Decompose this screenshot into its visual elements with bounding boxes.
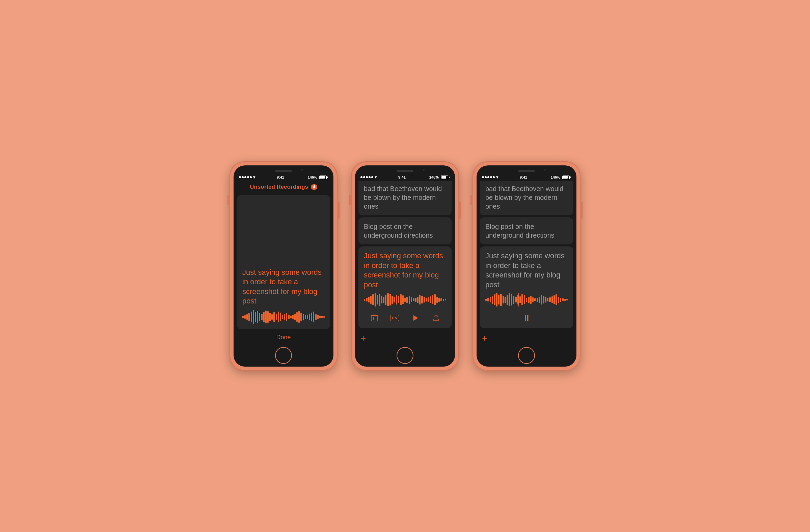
unsorted-header: Unsorted Recordings 4 xyxy=(233,181,334,194)
speaker-2 xyxy=(396,170,414,172)
pause-button-3[interactable]: ⏸ xyxy=(520,312,533,324)
controls-bar-2: EN xyxy=(364,310,446,325)
phone-3-screen: ▾ 9:41 ‫ 146% bad that Beethoven would b… xyxy=(476,165,577,367)
middle-text-3: Blog post on the underground directions xyxy=(485,222,568,240)
svg-rect-0 xyxy=(371,316,377,321)
partial-text-2: bad that Beethoven would be blown by the… xyxy=(364,184,446,211)
recording-main-text: Just saying some words in order to take … xyxy=(242,268,325,306)
status-right-3: ‫ 146% xyxy=(549,175,571,179)
add-button-2[interactable]: + xyxy=(355,330,371,344)
middle-text-2: Blog post on the underground directions xyxy=(364,222,446,240)
phone-1: ▾ 9:41 ‫ 146% Unsorted Recordings xyxy=(229,161,338,371)
battery-percent-2: 146% xyxy=(429,175,439,179)
status-right-2: ‫ 146% xyxy=(427,175,450,179)
unsorted-badge: 4 xyxy=(311,184,317,190)
waveform-2 xyxy=(364,293,446,307)
signal-dots xyxy=(239,176,252,178)
middle-card-2[interactable]: Blog post on the underground directions xyxy=(358,217,452,244)
battery-icon-2 xyxy=(441,176,450,179)
bottom-card-3[interactable]: Just saying some words in order to take … xyxy=(480,246,573,328)
status-left-3: ▾ xyxy=(482,175,498,180)
phone-2-screen: ▾ 9:41 ‫ 146% bad that Beethoven would b… xyxy=(355,165,455,367)
status-bar-1: ▾ 9:41 ‫ 146% xyxy=(233,165,334,181)
phone-3-scroll: bad that Beethoven would be blown by the… xyxy=(476,181,577,344)
play-button-2[interactable] xyxy=(409,312,422,324)
battery-icon-1 xyxy=(319,176,328,179)
status-left-2: ▾ xyxy=(360,175,377,180)
playback-line xyxy=(518,293,519,307)
bottom-text-2: Just saying some words in order to take … xyxy=(364,251,446,290)
camera-dot-2 xyxy=(423,169,425,171)
bottom-card-2[interactable]: Just saying some words in order to take … xyxy=(358,246,452,328)
status-time-1: 9:41 xyxy=(277,175,284,179)
unsorted-title: Unsorted Recordings 4 xyxy=(250,184,317,190)
home-button-3[interactable] xyxy=(518,347,535,364)
signal-dots-3 xyxy=(482,176,495,178)
status-left-1: ▾ xyxy=(239,175,255,180)
language-badge: EN xyxy=(390,315,399,321)
controls-bar-3: ⏸ xyxy=(485,310,568,325)
partial-card-3: bad that Beethoven would be blown by the… xyxy=(480,181,573,215)
middle-card-3[interactable]: Blog post on the underground directions xyxy=(480,217,573,244)
partial-card-2: bad that Beethoven would be blown by the… xyxy=(358,181,452,215)
status-right-1: ‫ 146% xyxy=(306,175,328,179)
battery-icon-3 xyxy=(562,176,571,179)
speaker-3 xyxy=(518,170,535,172)
status-time-3: 9:41 xyxy=(520,175,527,179)
wifi-icon-3: ▾ xyxy=(496,175,498,180)
bottom-text-3: Just saying some words in order to take … xyxy=(485,251,568,290)
partial-text-3: bad that Beethoven would be blown by the… xyxy=(485,184,568,211)
signal-dots-2 xyxy=(360,176,373,178)
wifi-icon: ▾ xyxy=(253,175,255,180)
status-time-2: 9:41 xyxy=(398,175,406,179)
wifi-icon-2: ▾ xyxy=(375,175,377,180)
speaker xyxy=(275,170,292,172)
phone-3: ▾ 9:41 ‫ 146% bad that Beethoven would b… xyxy=(472,161,581,371)
camera-dot xyxy=(301,169,303,171)
battery-percent-3: 146% xyxy=(551,175,560,179)
delete-button-2[interactable] xyxy=(368,312,380,324)
unsorted-label: Unsorted Recordings xyxy=(250,184,308,190)
camera-dot-3 xyxy=(544,169,546,171)
add-button-3[interactable]: + xyxy=(476,330,493,344)
battery-percent-1: 146% xyxy=(308,175,317,179)
phone-1-screen: ▾ 9:41 ‫ 146% Unsorted Recordings xyxy=(233,165,334,367)
language-button-2[interactable]: EN xyxy=(389,312,401,324)
done-button[interactable]: Done xyxy=(233,331,334,344)
svg-marker-1 xyxy=(414,315,418,321)
waveform-1 xyxy=(242,310,325,324)
phone-2-scroll: bad that Beethoven would be blown by the… xyxy=(355,181,455,344)
home-button-1[interactable] xyxy=(275,347,292,364)
main-recording-card[interactable]: Just saying some words in order to take … xyxy=(237,195,330,329)
share-button-2[interactable] xyxy=(430,312,442,324)
home-button-2[interactable] xyxy=(396,347,414,364)
status-bar-3: ▾ 9:41 ‫ 146% xyxy=(476,165,577,181)
phone-2: ▾ 9:41 ‫ 146% bad that Beethoven would b… xyxy=(351,161,459,371)
phones-container: ▾ 9:41 ‫ 146% Unsorted Recordings xyxy=(229,161,581,371)
status-bar-2: ▾ 9:41 ‫ 146% xyxy=(355,165,455,181)
waveform-3 xyxy=(485,293,568,307)
phone-1-content: Unsorted Recordings 4 Just saying some w… xyxy=(233,181,334,344)
